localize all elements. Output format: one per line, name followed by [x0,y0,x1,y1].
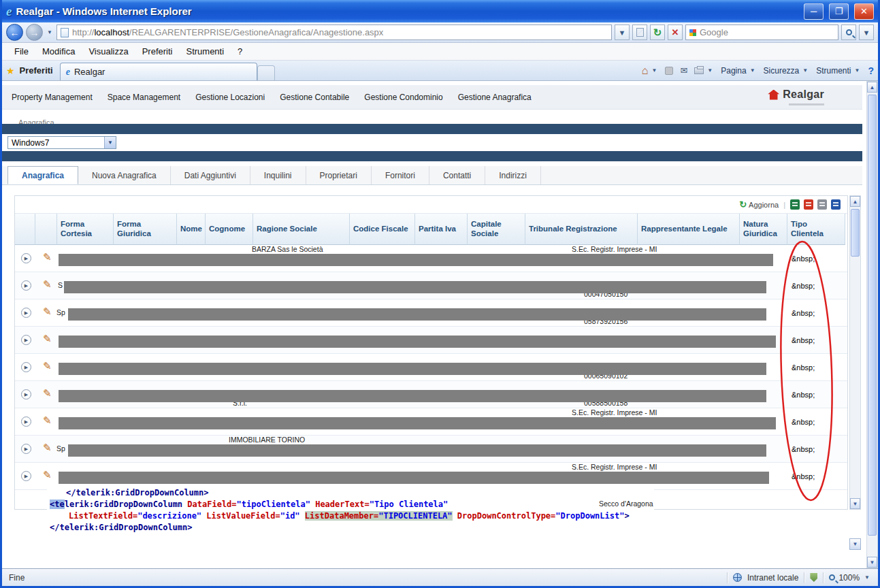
expand-row-icon[interactable]: ▶ [21,280,31,291]
app-nav-gestione-locazioni[interactable]: Gestione Locazioni [195,93,265,102]
redaction-bar [59,363,766,375]
app-nav-property-management[interactable]: Property Management [12,93,93,102]
code-token: ListTextField= [69,511,137,521]
expand-row-icon[interactable]: ▶ [21,253,31,263]
new-tab-stub[interactable] [257,65,275,80]
expand-row-icon[interactable]: ▶ [21,389,31,399]
forward-button[interactable]: → [26,24,43,41]
tab-nuova-anagrafica[interactable]: Nuova Anagrafica [78,166,171,184]
menu-strumenti[interactable]: Strumenti [179,44,231,59]
excel-export-icon[interactable] [790,199,800,210]
expand-row-icon[interactable]: ▶ [21,335,31,345]
menu-visualizza[interactable]: Visualizza [82,44,135,59]
column-header-tribunale-registrazione[interactable]: Tribunale Registrazione [525,214,638,245]
feeds-button[interactable] [665,67,673,75]
app-nav-gestione-condominio[interactable]: Gestione Condominio [364,93,442,102]
expand-row-icon[interactable]: ▶ [21,471,31,481]
zoom-control[interactable]: 100% ▼ [829,573,871,583]
menu-blank[interactable]: ? [231,44,249,59]
page-menu-button[interactable]: Pagina▼ [721,66,756,76]
page-content: Property ManagementSpace ManagementGesti… [2,81,878,568]
search-input[interactable]: Google [685,24,838,40]
edit-row-icon[interactable]: ✎ [43,361,52,371]
menu-modifica[interactable]: Modifica [35,44,82,59]
filter-dropdown[interactable]: Windows7 ▼ [7,136,116,149]
column-header-codice-fiscale[interactable]: Codice Fiscale [350,214,415,245]
column-header-forma-giuridica[interactable]: Forma Giuridica [114,214,177,245]
edit-row-icon[interactable]: ✎ [43,279,52,289]
browser-tab[interactable]: e Realgar [60,63,257,80]
search-button[interactable] [841,24,856,40]
edit-row-icon[interactable]: ✎ [43,442,52,453]
scroll-down-icon[interactable]: ▼ [850,498,860,509]
stop-button[interactable]: ✕ [668,24,683,40]
zoom-dropdown-icon[interactable]: ▼ [863,574,871,581]
expand-row-icon[interactable]: ▶ [21,308,31,318]
column-header-ragione-sociale[interactable]: Ragione Sociale [253,214,350,245]
chevron-down-icon[interactable]: ▼ [104,137,116,148]
edit-row-icon[interactable]: ✎ [43,252,52,262]
column-header-nome[interactable]: Nome [177,214,206,245]
row-text-fragment: S.Ec. Registr. Imprese - MI [572,408,657,416]
page-scrollbar[interactable]: ▲ ▼ [866,81,878,568]
grid-refresh-button[interactable]: ↻ Aggiorna [739,199,779,210]
read-mail-button[interactable]: ✉ [680,65,687,76]
grid-row: ▶✎00065090102p.A.&nbsp; [15,354,847,381]
back-button[interactable]: ← [6,24,23,41]
maximize-button[interactable]: ❐ [829,3,849,20]
page-scroll-up-icon[interactable]: ▲ [867,82,877,93]
expand-row-icon[interactable]: ▶ [21,362,31,372]
column-header-rappresentante-legale[interactable]: Rappresentante Legale [638,214,740,245]
column-header-partita-iva[interactable]: Partita Iva [415,214,468,245]
safety-menu-button[interactable]: Sicurezza▼ [764,66,810,76]
menu-file[interactable]: File [7,44,35,59]
tab-proprietari[interactable]: Proprietari [306,166,372,184]
search-dropdown-button[interactable]: ▼ [859,24,874,40]
tab-indirizzi[interactable]: Indirizzi [485,166,541,184]
help-button[interactable]: ? [868,65,874,76]
pdf-export-icon[interactable] [804,199,813,210]
column-header-tipo-clientela[interactable]: Tipo Clientela [787,214,845,245]
minimize-button[interactable]: ─ [804,3,824,20]
grid-scrollbar[interactable]: ▲ ▼ [849,195,861,510]
page-scroll-thumb[interactable] [868,95,877,536]
app-nav-gestione-anagrafica[interactable]: Gestione Anagrafica [458,93,532,102]
edit-row-icon[interactable]: ✎ [43,333,52,344]
column-header-forma-cortesia[interactable]: Forma Cortesia [57,214,114,245]
tab-dati-aggiuntivi[interactable]: Dati Aggiuntivi [171,166,250,184]
tools-menu-button[interactable]: Strumenti▼ [816,66,861,76]
address-dropdown-button[interactable]: ▼ [615,24,630,40]
csv-export-icon[interactable] [817,199,827,210]
refresh-button[interactable]: ↻ [650,24,665,40]
star-icon: ★ [6,65,15,76]
scroll-up-icon[interactable]: ▲ [850,196,860,207]
scroll-thumb[interactable] [851,209,860,257]
close-button[interactable]: ✕ [854,3,874,20]
history-dropdown-icon[interactable]: ▼ [46,29,54,35]
tab-fornitori[interactable]: Fornitori [372,166,429,184]
expand-row-icon[interactable]: ▶ [21,416,31,427]
word-export-icon[interactable] [831,199,841,210]
edit-row-icon[interactable]: ✎ [43,306,52,316]
compatibility-view-button[interactable] [632,24,647,40]
tab-inquilini[interactable]: Inquilini [250,166,306,184]
edit-row-icon[interactable]: ✎ [43,388,52,398]
grid-toolbar: ↻ Aggiorna | [15,196,847,214]
tab-contatti[interactable]: Contatti [429,166,485,184]
page-scroll-down-icon[interactable]: ▼ [867,557,877,568]
favorites-button[interactable]: ★ Preferiti [6,65,53,76]
column-header-capitale-sociale[interactable]: Capitale Sociale [468,214,525,245]
expand-row-icon[interactable]: ▶ [21,444,31,454]
print-button[interactable]: ▼ [694,67,714,74]
app-nav-space-management[interactable]: Space Management [108,93,180,102]
column-header-cognome[interactable]: Cognome [206,214,253,245]
edit-row-icon[interactable]: ✎ [43,415,52,425]
home-button[interactable]: ⌂▼ [642,65,659,77]
menu-preferiti[interactable]: Preferiti [135,44,180,59]
tab-anagrafica[interactable]: Anagrafica [7,166,78,184]
app-nav-gestione-contabile[interactable]: Gestione Contabile [280,93,349,102]
address-field[interactable]: http://localhost/REALGARENTERPRISE/Gesti… [56,24,612,40]
column-header-natura-giuridica[interactable]: Natura Giuridica [740,214,787,245]
pane-scroll-down-icon[interactable]: ▼ [849,538,861,550]
edit-row-icon[interactable]: ✎ [43,470,52,480]
